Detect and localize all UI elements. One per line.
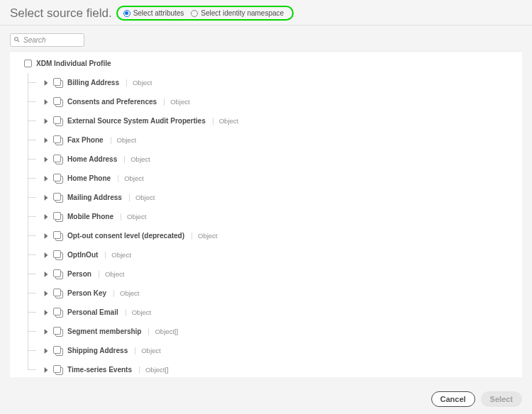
separator [126,309,126,316]
tree-item-type: Object [141,347,160,354]
tree-item-label: Opt-out consent level (deprecated) [67,232,184,240]
tree-item-label: Mobile Phone [67,213,113,220]
tree-item-label: Home Phone [67,174,111,182]
tree-item-label: External Source System Audit Properties [67,117,206,125]
separator [113,290,114,297]
search-box [10,33,84,47]
object-stack-icon[interactable] [53,97,63,107]
tree-item[interactable]: Mobile PhoneObject [28,207,516,226]
separator [164,99,165,106]
tree-item[interactable]: Segment membershipObject[] [28,322,516,341]
chevron-right-icon[interactable] [43,348,49,354]
object-stack-icon[interactable] [53,174,63,184]
tree-item[interactable]: Opt-out consent level (deprecated)Object [28,226,516,245]
tree-item[interactable]: Mailing AddressObject [28,188,516,207]
object-stack-icon[interactable] [53,116,63,126]
cancel-button[interactable]: Cancel [431,391,475,407]
radio-icon [191,10,198,17]
object-stack-icon[interactable] [53,212,63,222]
chevron-right-icon[interactable] [43,233,49,239]
chevron-right-icon[interactable] [43,118,49,124]
chevron-right-icon[interactable] [43,310,49,315]
tree-item-label: Home Address [67,155,117,163]
tree-item-label: Segment membership [67,328,141,335]
radio-icon [123,10,131,17]
tree-item[interactable]: External Source System Audit PropertiesO… [28,111,516,130]
chevron-right-icon[interactable] [43,195,49,201]
tree-item-label: Shipping Address [67,347,128,354]
chevron-right-icon[interactable] [43,80,49,86]
chevron-right-icon[interactable] [43,214,49,220]
object-stack-icon[interactable] [53,78,63,88]
tree-item-type: Object [124,174,143,182]
separator [118,175,118,182]
tree-item[interactable]: Billing AddressObject [28,73,516,92]
tree-item-label: Time-series Events [67,366,132,374]
separator [126,79,127,86]
object-stack-icon[interactable] [53,365,63,375]
tree-item-type: Object [127,213,146,220]
tree-item-type: Object[] [145,366,169,374]
tree-item[interactable]: Home AddressObject [28,150,516,169]
tree-item-type: Object[] [155,328,178,335]
chevron-right-icon[interactable] [43,367,49,373]
checkbox-icon[interactable] [24,60,32,67]
tree-item-label: Billing Address [67,79,119,86]
radio-select-attributes[interactable]: Select attributes [123,9,184,17]
separator [135,347,135,354]
source-field-radio-group: Select attributes Select identity namesp… [116,6,294,21]
radio-select-identity-namespace[interactable]: Select identity namespace [191,9,284,17]
object-stack-icon[interactable] [53,135,63,145]
tree-item-type: Object [131,155,150,163]
object-stack-icon[interactable] [53,250,63,260]
tree-item-type: Object [117,136,136,144]
tree-item-type: Object [111,251,131,259]
tree-item[interactable]: Fax PhoneObject [28,130,516,150]
chevron-right-icon[interactable] [43,291,49,296]
schema-tree-scroll[interactable]: XDM Individual Profile Billing AddressOb… [10,52,522,377]
tree-item[interactable]: Home PhoneObject [28,169,516,188]
separator [213,118,214,125]
separator [99,271,99,278]
chevron-right-icon[interactable] [43,252,49,258]
separator [129,194,130,201]
separator [124,156,125,163]
schema-tree-area: XDM Individual Profile Billing AddressOb… [10,51,522,377]
tree-item[interactable]: Personal EmailObject [28,303,516,322]
search-input[interactable] [10,33,84,47]
chevron-right-icon[interactable] [43,176,49,181]
object-stack-icon[interactable] [53,346,63,356]
object-stack-icon[interactable] [53,308,63,318]
tree-item-type: Object [133,79,152,86]
tree-item[interactable]: OptInOutObject [28,245,516,264]
separator [192,233,192,240]
tree-item-label: Fax Phone [67,136,104,144]
chevron-right-icon[interactable] [43,138,49,143]
object-stack-icon[interactable] [53,289,63,298]
object-stack-icon[interactable] [53,269,63,279]
chevron-right-icon[interactable] [43,272,49,277]
tree-item[interactable]: Shipping AddressObject [28,341,516,360]
search-icon [13,36,21,43]
select-button: Select [481,391,522,407]
chevron-right-icon[interactable] [43,329,49,335]
tree-item-label: Person [67,270,92,278]
chevron-right-icon[interactable] [43,99,49,105]
tree-item-type: Object [170,98,189,106]
tree-item[interactable]: Time-series EventsObject[] [28,360,516,377]
tree-item-label: OptInOut [67,251,98,259]
tree-item-type: Object [132,308,151,316]
separator [121,213,121,220]
tree-item-label: Person Key [67,289,106,297]
object-stack-icon[interactable] [53,155,63,164]
object-stack-icon[interactable] [53,327,63,337]
tree-item[interactable]: PersonObject [28,264,516,284]
tree-item[interactable]: Person KeyObject [28,284,516,303]
search-row [0,26,532,51]
chevron-right-icon[interactable] [43,157,49,162]
object-stack-icon[interactable] [53,231,63,241]
tree-root-row[interactable]: XDM Individual Profile [24,56,516,70]
tree-item-label: Consents and Preferences [67,98,157,106]
object-stack-icon[interactable] [53,193,63,203]
tree-item[interactable]: Consents and PreferencesObject [28,92,516,111]
